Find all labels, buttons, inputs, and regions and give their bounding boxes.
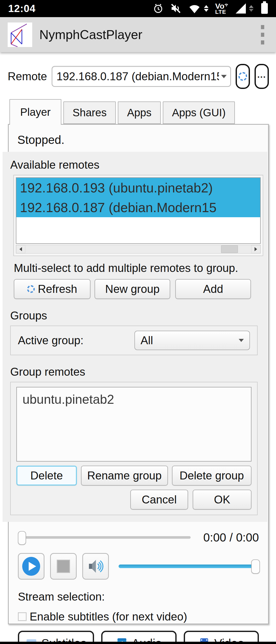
tab-player[interactable]: Player: [9, 99, 61, 125]
tab-apps-gui[interactable]: Apps (GUI): [163, 101, 235, 124]
scrollbar-track[interactable]: [25, 245, 251, 253]
active-group-box: Active group: All: [10, 326, 258, 355]
tab-bar: Player Shares Apps Apps (GUI): [9, 99, 276, 124]
seek-slider-thumb[interactable]: [18, 531, 26, 545]
play-button[interactable]: [18, 553, 44, 580]
wifi-activity-arrows-icon: [204, 5, 209, 12]
available-remotes-frame: 192.168.0.193 (ubuntu.pinetab2) 192.168.…: [13, 175, 263, 256]
remote-row: Remote 192.168.0.187 (debian.Modern15 ..…: [8, 64, 269, 89]
active-group-select[interactable]: All: [134, 331, 250, 350]
remote-label: Remote: [8, 70, 47, 83]
volte-icon: Vo LTE: [215, 3, 229, 15]
scroll-right-button[interactable]: [251, 245, 260, 253]
chevron-down-icon: [239, 339, 244, 342]
group-remotes-list[interactable]: ubuntu.pinetab2: [16, 387, 251, 462]
status-bar: 12:04 Vo LTE: [0, 0, 276, 17]
play-icon: [21, 556, 41, 576]
app-title: NymphCastPlayer: [39, 27, 258, 42]
more-options-button[interactable]: ...: [255, 64, 269, 89]
volume-slider-thumb[interactable]: [251, 559, 260, 574]
volume-slider[interactable]: [119, 565, 259, 568]
battery-icon: [261, 3, 268, 14]
remotes-buttons-row: Refresh New group Add: [14, 279, 267, 299]
status-icons: Vo LTE: [153, 3, 268, 15]
groups-heading: Groups: [10, 309, 267, 322]
cellular-signal-icon: [236, 3, 246, 14]
available-remotes-list[interactable]: 192.168.0.193 (ubuntu.pinetab2) 192.168.…: [16, 177, 261, 244]
triangle-right-icon: [255, 247, 257, 251]
scrollbar-thumb[interactable]: [221, 245, 238, 253]
tab-apps[interactable]: Apps: [118, 101, 161, 124]
remote-select[interactable]: 192.168.0.187 (debian.Modern15: [52, 66, 231, 87]
transport-row: [18, 553, 259, 580]
player-tab-panel: Stopped. Available remotes 192.168.0.193…: [8, 124, 269, 624]
enable-subtitles-checkbox[interactable]: [18, 612, 27, 621]
multi-select-hint: Multi-select to add multiple remotes to …: [14, 262, 267, 274]
list-item[interactable]: 192.168.0.193 (ubuntu.pinetab2): [16, 178, 260, 198]
chevron-down-icon: [221, 75, 227, 78]
refresh-button[interactable]: Refresh: [14, 279, 90, 299]
delete-group-button[interactable]: Delete group: [172, 466, 251, 486]
mute-button[interactable]: [82, 553, 109, 580]
delete-button[interactable]: Delete: [16, 466, 77, 486]
active-group-value: All: [141, 334, 153, 347]
seek-slider[interactable]: [18, 536, 191, 539]
triangle-left-icon: [19, 247, 22, 251]
time-display: 0:00 / 0:00: [203, 531, 259, 544]
dialog-buttons-row: Cancel OK: [16, 490, 251, 510]
playback-status-text: Stopped.: [9, 125, 268, 152]
speaker-icon: [87, 558, 104, 574]
clock: 12:04: [8, 3, 36, 14]
enable-subtitles-label: Enable subtitles (for next video): [30, 610, 187, 623]
group-remotes-buttons-row: Delete Rename group Delete group: [16, 466, 251, 486]
cancel-button[interactable]: Cancel: [130, 490, 188, 510]
app-bar: NymphCastPlayer: [0, 17, 276, 52]
playback-controls: 0:00 / 0:00: [9, 522, 268, 644]
rename-group-button[interactable]: Rename group: [81, 466, 168, 486]
scroll-left-button[interactable]: [16, 245, 25, 253]
list-item[interactable]: ubuntu.pinetab2: [22, 392, 251, 407]
ok-button[interactable]: OK: [193, 490, 251, 510]
seek-row: 0:00 / 0:00: [18, 531, 259, 544]
overflow-menu-icon[interactable]: [258, 22, 267, 47]
list-item[interactable]: 192.168.0.187 (debian.Modern15: [16, 198, 260, 217]
stop-icon: [57, 560, 70, 573]
group-remotes-heading: Group remotes: [10, 365, 267, 378]
wifi-icon: [188, 3, 201, 14]
new-group-button[interactable]: New group: [95, 279, 170, 299]
refresh-icon: [238, 72, 247, 81]
nymphcast-logo-icon: [8, 22, 32, 47]
navigation-bar: [0, 642, 276, 644]
group-remotes-box: ubuntu.pinetab2 Delete Rename group Dele…: [10, 382, 258, 515]
stream-selection-label: Stream selection:: [18, 590, 259, 603]
horizontal-scrollbar[interactable]: [16, 245, 261, 254]
refresh-remotes-button[interactable]: [236, 64, 250, 89]
alarm-icon: [153, 3, 164, 14]
add-button[interactable]: Add: [175, 279, 251, 299]
remotes-config-area: Available remotes 192.168.0.193 (ubuntu.…: [3, 152, 267, 522]
ellipsis-icon: ...: [257, 75, 266, 78]
refresh-icon: [27, 285, 35, 293]
tab-shares[interactable]: Shares: [63, 101, 116, 124]
subtitles-checkbox-row: Enable subtitles (for next video): [18, 610, 259, 623]
mute-icon: [170, 3, 181, 14]
remote-select-value: 192.168.0.187 (debian.Modern15: [56, 70, 219, 83]
cellular-activity-arrows-icon: [249, 5, 254, 12]
stop-button[interactable]: [50, 553, 77, 580]
active-group-label: Active group:: [18, 334, 84, 347]
available-remotes-heading: Available remotes: [10, 158, 267, 171]
